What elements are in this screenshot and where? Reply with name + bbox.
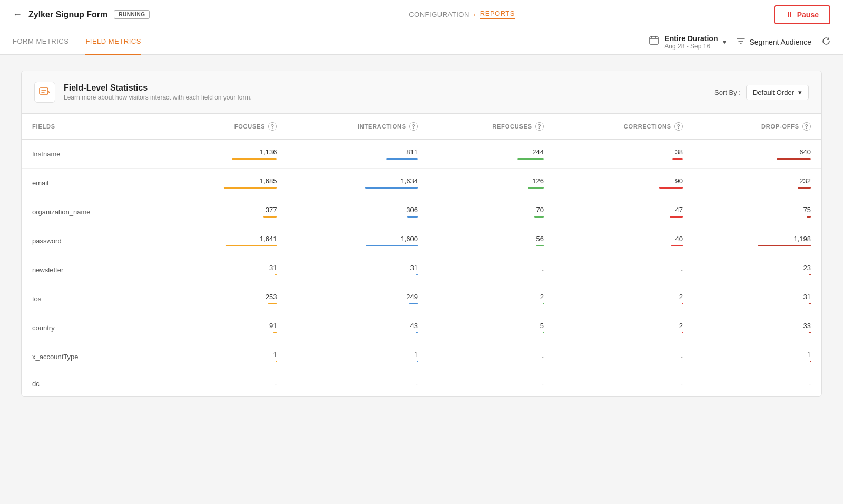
cell-value-block: 2 (439, 293, 544, 304)
cell-value-block: 33 (704, 322, 811, 333)
cell-value-block: 75 (704, 206, 811, 218)
cell-bar (407, 216, 418, 218)
focuses-help-icon[interactable]: ? (268, 122, 277, 131)
sort-dropdown[interactable]: Default Order ▾ (746, 85, 809, 100)
cell-number: 1 (414, 351, 418, 359)
field-name-cell: organization_name (22, 197, 159, 226)
table-row: country 91 43 5 2 33 (22, 313, 821, 342)
cell-bar (672, 158, 683, 160)
cell-value-block: 31 (704, 293, 811, 304)
stats-card: Field-Level Statistics Learn more about … (21, 71, 822, 397)
duration-selector[interactable]: Entire Duration Aug 28 - Sep 16 ▾ (649, 34, 726, 50)
field-name-cell: newsletter (22, 255, 159, 284)
refocuses-help-icon[interactable]: ? (535, 122, 544, 131)
table-cell: - (554, 255, 693, 284)
cell-bar (273, 332, 277, 333)
cell-bar (543, 332, 544, 333)
cell-bar (416, 332, 418, 333)
cell-number: 126 (532, 177, 544, 185)
table-cell: 253 (159, 284, 287, 313)
cell-value-block: 1,685 (170, 177, 277, 189)
table-cell: 43 (287, 313, 428, 342)
cell-value-block: 1,641 (170, 235, 277, 246)
table-cell: 244 (428, 140, 554, 169)
cell-value-block: 31 (298, 264, 418, 275)
table-row: password 1,641 1,600 56 40 (22, 226, 821, 255)
tab-field-metrics[interactable]: FIELD METRICS (85, 29, 141, 55)
col-corrections: CORRECTIONS ? (554, 114, 693, 140)
table-cell: - (428, 371, 554, 397)
cell-number: 1,136 (260, 148, 277, 156)
cell-number: 31 (803, 293, 811, 301)
cell-number: 1,198 (793, 235, 811, 243)
nav-reports[interactable]: REPORTS (480, 9, 515, 19)
cell-value-block: 1,136 (170, 148, 277, 160)
cell-value-block: 1 (298, 351, 418, 362)
cell-bar (758, 245, 811, 246)
cell-value-block: 23 (704, 264, 811, 275)
refresh-button[interactable] (822, 37, 830, 47)
table-cell: 47 (554, 197, 693, 226)
cell-number: 31 (269, 264, 277, 272)
segment-audience-button[interactable]: Segment Audience (737, 37, 811, 47)
cell-bar (226, 245, 277, 246)
table-cell: 1,600 (287, 226, 428, 255)
cell-number: 75 (803, 206, 811, 214)
nav-configuration[interactable]: CONFIGURATION (409, 11, 469, 18)
cell-number: 31 (410, 264, 417, 272)
cell-bar (809, 274, 811, 275)
cell-value-block: 811 (298, 148, 418, 160)
stats-title-block: Field-Level Statistics Learn more about … (64, 83, 252, 101)
table-cell: 1,685 (159, 169, 287, 197)
cell-dash: - (275, 380, 277, 388)
back-button[interactable]: ← (13, 9, 22, 20)
pause-button[interactable]: ⏸ Pause (774, 5, 830, 24)
table-row: organization_name 377 306 70 47 (22, 197, 821, 226)
field-name-cell: country (22, 313, 159, 342)
table-row: email 1,685 1,634 126 90 (22, 169, 821, 197)
table-cell: 56 (428, 226, 554, 255)
cell-bar (670, 216, 683, 218)
cell-value-block: 306 (298, 206, 418, 218)
table-cell: 23 (693, 255, 821, 284)
cell-bar (386, 158, 418, 160)
header-right: ⏸ Pause (774, 5, 830, 24)
table-cell: 1 (287, 342, 428, 371)
cell-number: 2 (679, 293, 683, 301)
cell-dash: - (542, 380, 544, 388)
pause-label: Pause (797, 11, 819, 19)
table-cell: 232 (693, 169, 821, 197)
table-cell: - (428, 255, 554, 284)
cell-value-block: 1,198 (704, 235, 811, 246)
tab-form-metrics[interactable]: FORM METRICS (13, 29, 68, 55)
field-name-cell: dc (22, 371, 159, 397)
cell-bar (275, 274, 277, 275)
cell-bar (416, 274, 418, 275)
cell-value-block: 38 (565, 148, 683, 160)
table-cell: - (693, 371, 821, 397)
stats-title: Field-Level Statistics (64, 83, 252, 93)
table-cell: 306 (287, 197, 428, 226)
cell-number: 2 (679, 322, 683, 330)
corrections-help-icon[interactable]: ? (674, 122, 683, 131)
field-name-cell: tos (22, 284, 159, 313)
cell-dash: - (681, 353, 683, 361)
duration-dropdown-icon: ▾ (723, 38, 726, 46)
cell-number: 249 (406, 293, 418, 301)
stats-subtitle: Learn more about how visitors interact w… (64, 94, 252, 101)
interactions-help-icon[interactable]: ? (409, 122, 418, 131)
cell-value-block: 232 (704, 177, 811, 189)
cell-bar (365, 187, 418, 189)
cell-bar (807, 216, 811, 218)
table-cell: - (554, 342, 693, 371)
cell-dash: - (681, 266, 683, 274)
dropoffs-help-icon[interactable]: ? (802, 122, 811, 131)
table-cell: 1 (159, 342, 287, 371)
table-cell: 1,136 (159, 140, 287, 169)
table-cell: 640 (693, 140, 821, 169)
table-cell: 2 (428, 284, 554, 313)
cell-bar (409, 303, 418, 304)
col-drop-offs: DROP-OFFS ? (693, 114, 821, 140)
table-cell: - (287, 371, 428, 397)
cell-number: 1 (807, 351, 811, 359)
